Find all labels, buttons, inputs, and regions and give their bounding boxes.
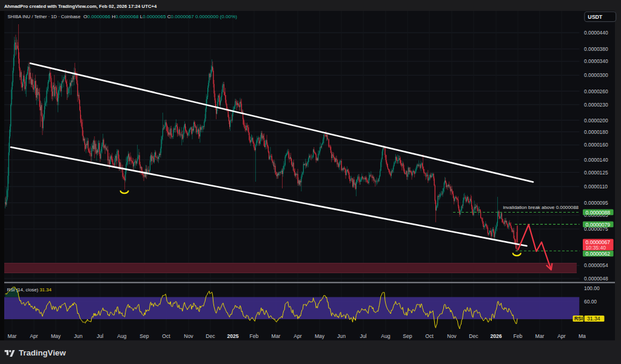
- svg-text:May: May: [51, 333, 61, 339]
- svg-text:0.0000160: 0.0000160: [584, 142, 608, 148]
- svg-text:Sep: Sep: [139, 333, 149, 339]
- svg-text:0.0000200: 0.0000200: [584, 117, 608, 124]
- svg-text:0.0000088: 0.0000088: [586, 210, 611, 216]
- svg-text:0.0000095: 0.0000095: [584, 200, 608, 206]
- svg-text:0.0000300: 0.0000300: [584, 72, 608, 78]
- svg-text:Apr: Apr: [30, 333, 38, 339]
- svg-text:Dec: Dec: [469, 333, 478, 339]
- svg-text:Mar: Mar: [535, 333, 545, 339]
- svg-text:RSI (14, close) 31.34: RSI (14, close) 31.34: [7, 287, 52, 293]
- svg-text:Feb: Feb: [514, 333, 523, 339]
- svg-text:2025: 2025: [227, 333, 238, 339]
- svg-text:Apr: Apr: [294, 333, 302, 339]
- svg-text:Mar: Mar: [8, 333, 17, 339]
- svg-text:SHIBA INU / Tether · 1D · Coin: SHIBA INU / Tether · 1D · Coinbase: [8, 14, 81, 19]
- svg-text:Feb: Feb: [250, 333, 259, 339]
- svg-text:invalidation break above 0.000: invalidation break above 0.0000088: [503, 205, 579, 210]
- svg-text:Sep: Sep: [403, 333, 412, 339]
- svg-text:O0.0000066 H0.0000068 L0.000: O0.0000066 H0.0000068 L0.0000065 C0.0000…: [84, 14, 238, 19]
- svg-text:0.0000260: 0.0000260: [584, 88, 608, 94]
- svg-text:31.34: 31.34: [587, 316, 600, 322]
- svg-text:Aug: Aug: [117, 333, 127, 339]
- svg-text:Jun: Jun: [337, 333, 346, 339]
- svg-text:0.0000380: 0.0000380: [584, 46, 608, 52]
- svg-text:Dec: Dec: [206, 333, 215, 339]
- svg-text:Oct: Oct: [425, 333, 434, 339]
- svg-text:Nov: Nov: [184, 333, 193, 339]
- svg-text:Jun: Jun: [74, 333, 82, 339]
- svg-text:Jul: Jul: [360, 333, 367, 339]
- svg-text:100.00: 100.00: [584, 285, 600, 291]
- svg-text:2026: 2026: [490, 333, 502, 339]
- svg-text:AhmadPro created with TradingV: AhmadPro created with TradingView.com, F…: [4, 4, 157, 9]
- svg-text:Aug: Aug: [381, 333, 391, 339]
- svg-text:0.0000079: 0.0000079: [586, 222, 611, 228]
- svg-text:Apr: Apr: [557, 333, 566, 339]
- svg-text:0.0000054: 0.0000054: [584, 262, 608, 268]
- svg-text:May: May: [315, 333, 325, 339]
- svg-text:0.0000340: 0.0000340: [584, 58, 608, 64]
- svg-text:0.0000125: 0.0000125: [584, 170, 608, 176]
- svg-text:10:35:40: 10:35:40: [586, 245, 606, 251]
- svg-text:Jul: Jul: [97, 333, 104, 339]
- svg-text:0.0000140: 0.0000140: [584, 157, 608, 163]
- svg-text:RSI: RSI: [574, 316, 583, 322]
- svg-text:Nov: Nov: [447, 333, 457, 339]
- svg-text:0.0000110: 0.0000110: [584, 184, 608, 190]
- svg-text:TradingView: TradingView: [19, 348, 66, 357]
- svg-text:Oct: Oct: [162, 333, 170, 339]
- svg-text:0.0000230: 0.0000230: [584, 102, 608, 108]
- svg-text:0.0000180: 0.0000180: [584, 129, 608, 135]
- svg-text:0.0000062: 0.0000062: [586, 251, 611, 257]
- svg-text:Mar: Mar: [272, 333, 281, 339]
- svg-text:0.0000440: 0.0000440: [584, 30, 608, 36]
- svg-text:0.0000048: 0.0000048: [584, 276, 608, 282]
- svg-text:USDT: USDT: [588, 14, 603, 20]
- svg-text:60.00: 60.00: [584, 299, 597, 305]
